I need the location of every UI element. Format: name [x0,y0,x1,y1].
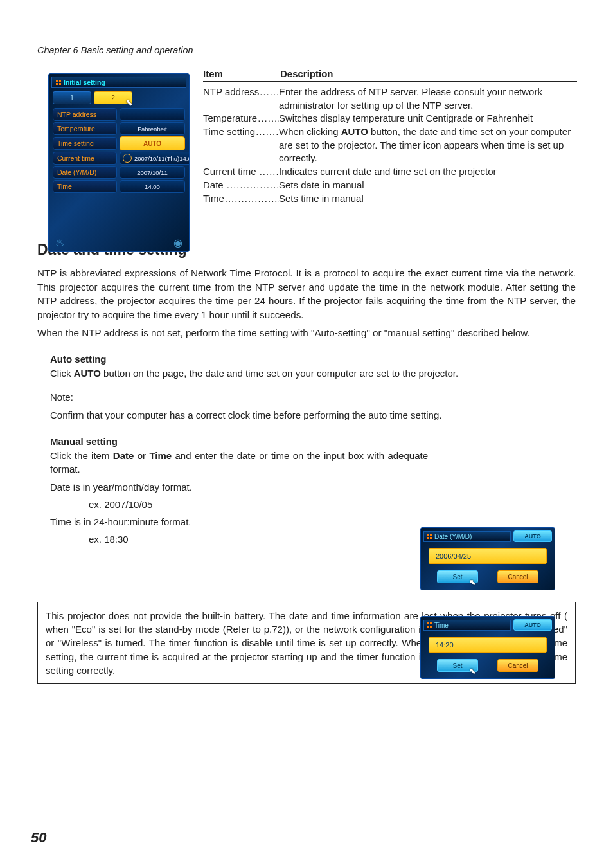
table-row: Time Sets time in manual [203,192,577,206]
auto-setting-text: Click AUTO button on the page, the date … [50,366,576,380]
set-button[interactable]: Set⬉ [437,659,478,672]
row-item: Date [203,179,227,190]
row-item: Temperature [203,113,258,123]
row-desc: Sets date in manual [279,179,577,192]
tab-2-label: 2 [111,95,115,102]
body-paragraph: NTP is abbreviated expressions of Networ… [37,266,576,321]
time-dialog-title: Time [423,620,511,631]
description-table: Item Description NTP address Enter the a… [203,68,577,205]
manual-setting-heading: Manual setting [50,436,428,447]
date-label[interactable]: Date (Y/M/D) [53,166,117,179]
table-row: Date Sets date in manual [203,179,577,192]
note-text: Confirm that your computer has a correct… [50,408,576,422]
row-item: Time setting [203,126,256,137]
temperature-value[interactable]: Fahrenheit [120,122,185,135]
row-item: Current time [203,166,260,177]
time-value[interactable]: 14:00 [120,180,185,193]
manual-date-format: Date is in year/month/day format. [50,480,428,494]
current-time-text: 2007/10/11(Thu)14:00 [134,155,190,162]
table-row: Temperature Switches display temperature… [203,112,577,125]
ntp-address-label[interactable]: NTP address [53,108,117,121]
ntp-address-value[interactable] [120,108,185,121]
row-desc: Enter the address of NTP server. Please … [279,86,577,112]
manual-time-format: Time is in 24-hour:minute format. [50,515,428,529]
temperature-label[interactable]: Temperature [53,122,117,135]
date-input[interactable]: 2006/04/25 [429,548,547,564]
clock-icon [123,154,132,163]
grid-icon [427,622,432,628]
row-item: Time [203,193,225,204]
screenshot-date-dialog: Date (Y/M/D) AUTO 2006/04/25 Set⬉ Cancel [420,527,555,590]
chapter-heading: Chapter 6 Basic setting and operation [37,45,576,55]
manual-date-example: ex. 2007/10/05 [89,498,428,511]
body-paragraph: When the NTP address is not set, perform… [37,326,576,340]
time-setting-label[interactable]: Time setting [53,137,117,150]
col-item: Item [203,68,280,79]
tab-1[interactable]: 1 [53,91,91,104]
auto-button[interactable]: AUTO [513,619,552,631]
row-desc: Indicates current date and time set on t… [279,165,577,179]
table-row: Current time Indicates current date and … [203,165,577,179]
panel-title-text: Initial setting [64,78,105,86]
grid-icon [56,80,61,85]
row-desc: When clicking AUTO button, the date and … [279,125,577,165]
cancel-button[interactable]: Cancel [497,570,538,583]
date-dialog-title: Date (Y/M/D) [423,531,511,542]
screenshot-time-dialog: Time AUTO 14:20 Set⬉ Cancel [420,616,555,679]
time-label[interactable]: Time [53,180,117,193]
cursor-icon: ⬉ [125,97,133,107]
row-desc: Sets time in manual [279,192,577,206]
current-time-value: 2007/10/11(Thu)14:00 [120,152,190,165]
table-row: NTP address Enter the address of NTP ser… [203,86,577,112]
tab-2[interactable]: 2 ⬉ [94,91,132,104]
cursor-icon: ⬉ [469,577,476,587]
panel-title: Initial setting [51,77,186,88]
manual-setting-text: Click the item Date or Time and enter th… [50,449,428,476]
row-desc: Switches display temperature unit Centig… [279,112,577,125]
row-item: NTP address [203,86,260,97]
auto-button[interactable]: AUTO [120,136,185,150]
set-button[interactable]: Set⬉ [437,570,478,583]
note-heading: Note: [50,390,576,404]
lamp-icon: ♨ [55,237,64,249]
table-row: Time setting When clicking AUTO button, … [203,125,577,165]
current-time-label: Current time [53,152,117,165]
cancel-button[interactable]: Cancel [497,659,538,672]
camera-icon: ◉ [173,237,182,249]
auto-setting-heading: Auto setting [50,354,576,365]
cursor-icon: ⬉ [469,666,476,676]
page-number: 50 [31,829,46,846]
auto-button[interactable]: AUTO [513,530,552,542]
screenshot-initial-setting: Initial setting 1 2 ⬉ NTP address Temper… [48,73,190,252]
time-input[interactable]: 14:20 [429,637,547,653]
manual-time-example: ex. 18:30 [89,532,428,546]
date-value[interactable]: 2007/10/11 [120,166,185,179]
col-description: Description [280,68,333,79]
grid-icon [427,534,432,539]
